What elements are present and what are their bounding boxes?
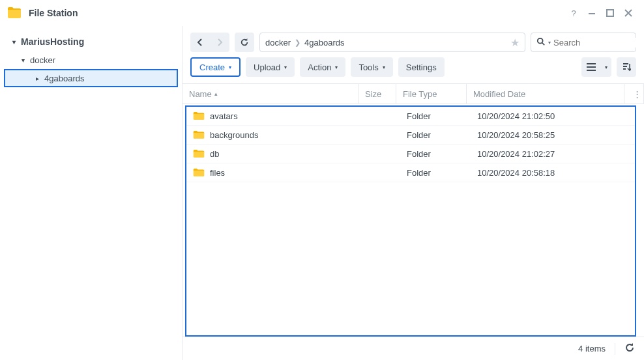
divider	[615, 343, 615, 355]
file-type: Folder	[400, 111, 471, 121]
tools-button[interactable]: Tools ▾	[351, 57, 392, 77]
table-row[interactable]: db Folder 10/20/2024 21:02:27	[186, 145, 635, 163]
app-title: File Station	[29, 8, 78, 18]
view-dropdown-button[interactable]: ▾	[601, 57, 611, 77]
svg-point-2	[538, 38, 543, 43]
maximize-button[interactable]	[601, 4, 619, 22]
nav-forward-button[interactable]	[210, 33, 229, 52]
tree-item-docker[interactable]: ▾ docker	[0, 51, 182, 69]
reload-button[interactable]	[624, 342, 635, 355]
tree-root[interactable]: ▾ MariusHosting	[0, 33, 182, 51]
table-row[interactable]: backgrounds Folder 10/20/2024 20:58:25	[186, 126, 635, 145]
file-modified: 10/20/2024 21:02:50	[471, 111, 635, 121]
chevron-down-icon: ▾	[229, 64, 231, 70]
navbar: docker ❯ 4gaboards ★ ▾	[183, 26, 644, 57]
nav-back-button[interactable]	[190, 33, 210, 52]
toolbar: Create ▾ Upload ▾ Action ▾ Tools ▾ Setti…	[183, 57, 644, 83]
reload-button[interactable]	[235, 33, 254, 52]
file-grid: avatars Folder 10/20/2024 21:02:50 backg…	[185, 105, 636, 337]
grid-header: Name ▴ Size File Type Modified Date ⋮	[183, 83, 644, 104]
sort-button[interactable]	[617, 57, 636, 77]
chevron-down-icon: ▾	[383, 64, 385, 70]
table-row[interactable]: files Folder 10/20/2024 20:58:18	[186, 163, 635, 182]
folder-icon	[193, 111, 205, 120]
close-button[interactable]	[619, 4, 637, 22]
chevron-down-icon: ▾	[335, 64, 338, 70]
breadcrumb: docker ❯ 4gaboards ★	[259, 33, 525, 52]
file-type: Folder	[400, 149, 471, 159]
item-count: 4 items	[578, 344, 606, 353]
statusbar: 4 items	[183, 337, 644, 360]
column-header-size[interactable]: Size	[359, 84, 396, 104]
view-mode-group: ▾	[581, 57, 611, 77]
list-view-button[interactable]	[581, 57, 601, 77]
table-row[interactable]: avatars Folder 10/20/2024 21:02:50	[186, 107, 635, 126]
folder-icon	[193, 149, 205, 158]
help-button[interactable]: ?	[564, 4, 583, 22]
settings-label: Settings	[406, 62, 437, 72]
sort-asc-icon: ▴	[214, 90, 218, 97]
app-folder-icon	[7, 5, 22, 21]
column-header-name[interactable]: Name ▴	[183, 84, 359, 104]
folder-icon	[193, 168, 205, 177]
file-modified: 10/20/2024 20:58:25	[471, 130, 635, 140]
file-name: db	[210, 149, 219, 159]
svg-rect-0	[589, 13, 595, 14]
chevron-right-icon: ❯	[295, 38, 300, 47]
tree-root-label: MariusHosting	[21, 36, 84, 47]
breadcrumb-item[interactable]: docker	[265, 38, 291, 48]
upload-button[interactable]: Upload ▾	[246, 57, 295, 77]
column-header-type[interactable]: File Type	[396, 84, 467, 104]
upload-label: Upload	[254, 62, 280, 72]
tools-label: Tools	[359, 62, 378, 72]
search-box[interactable]: ▾	[531, 33, 636, 52]
chevron-down-icon[interactable]: ▾	[9, 38, 18, 46]
favorite-star-icon[interactable]: ★	[510, 36, 520, 49]
chevron-down-icon[interactable]: ▾	[18, 57, 27, 64]
file-type: Folder	[400, 130, 471, 140]
action-label: Action	[308, 62, 331, 72]
tree-item-4gaboards[interactable]: ▸ 4gaboards	[4, 69, 178, 87]
chevron-down-icon: ▾	[284, 64, 287, 70]
file-modified: 10/20/2024 20:58:18	[471, 168, 635, 178]
file-modified: 10/20/2024 21:02:27	[471, 149, 635, 159]
search-input[interactable]	[553, 38, 644, 48]
settings-button[interactable]: Settings	[398, 57, 445, 77]
breadcrumb-item[interactable]: 4gaboards	[304, 38, 344, 48]
sidebar: ▾ MariusHosting ▾ docker ▸ 4gaboards	[0, 26, 183, 360]
search-icon	[536, 37, 546, 48]
column-more-button[interactable]: ⋮	[624, 84, 644, 104]
file-name: files	[210, 168, 225, 178]
titlebar: File Station ?	[0, 0, 644, 26]
create-label: Create	[199, 62, 225, 72]
action-button[interactable]: Action ▾	[300, 57, 345, 77]
tree-item-label: 4gaboards	[44, 74, 84, 83]
file-name: backgrounds	[210, 130, 258, 140]
folder-icon	[193, 130, 205, 139]
file-type: Folder	[400, 168, 471, 178]
chevron-right-icon[interactable]: ▸	[33, 75, 42, 82]
chevron-down-icon: ▾	[605, 64, 607, 70]
tree-item-label: docker	[30, 55, 55, 65]
create-button[interactable]: Create ▾	[190, 57, 241, 77]
chevron-down-icon[interactable]: ▾	[548, 40, 551, 46]
minimize-button[interactable]	[583, 4, 601, 22]
svg-rect-1	[607, 10, 613, 16]
column-header-modified[interactable]: Modified Date	[467, 84, 624, 104]
file-name: avatars	[210, 111, 238, 121]
nav-back-forward	[190, 33, 229, 52]
